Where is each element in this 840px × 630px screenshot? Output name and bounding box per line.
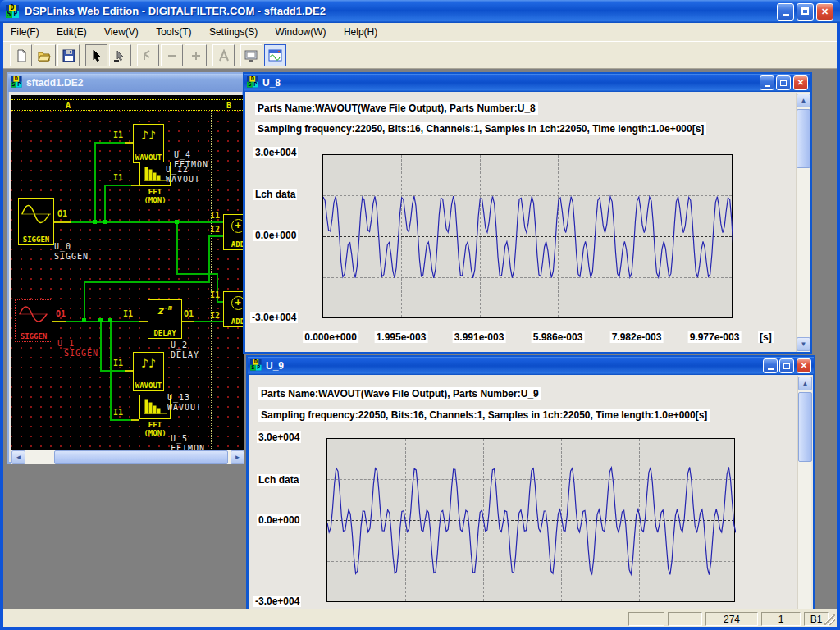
open-folder-icon xyxy=(38,49,52,62)
block-siggen-u1-selected[interactable]: SIGGEN xyxy=(15,299,52,342)
fft-caption: (MON) xyxy=(139,429,171,437)
menu-view[interactable]: View(V) xyxy=(97,23,146,41)
port-label: O1 xyxy=(184,309,194,318)
menubar: File(F) Edit(E) View(V) Tools(T) Setting… xyxy=(3,23,837,41)
port-label: I1 xyxy=(113,408,123,417)
remove-button[interactable] xyxy=(161,44,183,66)
monitor-view-button[interactable] xyxy=(240,44,262,66)
block-add-2[interactable]: + ADD xyxy=(223,291,244,327)
port-label: I1 xyxy=(113,173,123,182)
node-edit-button[interactable] xyxy=(137,44,159,66)
port-label: O1 xyxy=(57,209,67,218)
u8-vscrollbar[interactable]: ▲ ▼ xyxy=(796,93,810,352)
u8-sampling-info: Sampling frequency:22050, Bits:16, Chann… xyxy=(255,122,706,135)
schematic-canvas[interactable]: A B xyxy=(11,95,244,450)
block-delay-u2[interactable]: z-m DELAY xyxy=(148,299,182,339)
wire-pointer-button[interactable] xyxy=(109,44,131,66)
u9-window[interactable]: D S P U_9 ✕ Parts Name:WAVOUT(Wave File … xyxy=(246,355,815,609)
close-button[interactable]: ✕ xyxy=(797,358,811,373)
new-file-button[interactable] xyxy=(10,44,32,66)
instance-name: DELAY xyxy=(171,350,199,359)
wire xyxy=(176,273,218,275)
wire xyxy=(208,235,210,283)
scroll-left-button[interactable]: ◄ xyxy=(11,450,25,464)
restore-button[interactable] xyxy=(797,3,814,21)
menu-window[interactable]: Window(W) xyxy=(268,23,334,41)
wire-junction xyxy=(93,220,97,224)
scrollbar-thumb[interactable] xyxy=(797,109,810,168)
select-pointer-button[interactable] xyxy=(85,44,107,66)
wire xyxy=(176,222,178,275)
waveform-view-button[interactable] xyxy=(264,44,286,66)
scroll-up-button[interactable]: ▲ xyxy=(798,377,812,390)
scroll-up-button[interactable]: ▲ xyxy=(797,94,810,107)
document-icon: D S P xyxy=(11,76,22,88)
schematic-hscrollbar[interactable]: ◄ ► xyxy=(11,450,244,464)
u9-titlebar[interactable]: D S P U_9 ✕ xyxy=(248,357,814,375)
minimize-button[interactable] xyxy=(777,3,794,21)
u8-waveform xyxy=(323,155,733,319)
mdi-client-area: D S P sftadd1.DE2 A B xyxy=(3,69,837,609)
z-delay-icon: z-m xyxy=(148,304,181,317)
u9-waveform xyxy=(327,439,736,603)
scrollbar-thumb[interactable] xyxy=(798,392,812,462)
block-fftmon-u5[interactable] xyxy=(139,395,171,419)
add-point-button[interactable] xyxy=(185,44,207,66)
wire-stub xyxy=(131,419,139,421)
port-label: I1 xyxy=(123,309,133,318)
scroll-down-button[interactable]: ▼ xyxy=(797,337,810,351)
column-a-label: A xyxy=(66,101,71,110)
wire-junction xyxy=(108,318,112,322)
waveform-window-icon xyxy=(268,49,282,62)
letter-a-icon xyxy=(217,49,231,62)
u8-parts-info: Parts Name:WAVOUT(Wave File Output), Par… xyxy=(255,102,538,115)
menu-tools[interactable]: Tools(T) xyxy=(148,23,199,41)
minimize-button[interactable] xyxy=(763,358,778,373)
menu-file[interactable]: File(F) xyxy=(3,23,47,41)
menu-help[interactable]: Help(H) xyxy=(336,23,385,41)
u8-xtick: 7.982e-003 xyxy=(610,331,664,343)
instance-ref: U_0 xyxy=(54,242,71,251)
menu-settings[interactable]: Settings(S) xyxy=(202,23,265,41)
menu-edit[interactable]: Edit(E) xyxy=(49,23,94,41)
u9-sampling-info: Sampling frequency:22050, Bits:16, Chann… xyxy=(258,409,710,422)
wire xyxy=(100,370,125,372)
maximize-button[interactable] xyxy=(776,75,791,90)
open-file-button[interactable] xyxy=(34,44,56,66)
port-label: I2 xyxy=(210,225,220,234)
close-button[interactable]: ✕ xyxy=(816,3,833,21)
wire-pointer-icon xyxy=(113,49,128,62)
resize-grip[interactable] xyxy=(824,614,835,625)
save-file-button[interactable] xyxy=(57,44,80,66)
u8-titlebar[interactable]: D S P U_8 ✕ xyxy=(244,74,810,92)
wire-stub xyxy=(52,321,66,322)
block-siggen-u0[interactable]: SIGGEN xyxy=(18,198,54,245)
wire xyxy=(110,321,112,421)
schematic-titlebar[interactable]: D S P sftadd1.DE2 xyxy=(8,74,243,92)
main-titlebar[interactable]: D S P DSPLinks Web Edition - DIGITALFILT… xyxy=(0,0,840,23)
text-label-button[interactable] xyxy=(212,44,235,66)
scrollbar-thumb[interactable] xyxy=(54,450,228,464)
u9-vscrollbar[interactable]: ▲ xyxy=(797,376,811,609)
close-button[interactable]: ✕ xyxy=(793,75,808,90)
fft-caption: (MON) xyxy=(139,196,171,204)
block-wavout-u13[interactable]: ♪♪ WAVOUT xyxy=(133,352,164,391)
u9-title: U_9 xyxy=(266,360,284,372)
wire-stub xyxy=(182,321,194,322)
minimize-button[interactable] xyxy=(760,75,774,90)
u8-xunit: [s] xyxy=(758,331,774,343)
sine-wave-icon xyxy=(17,304,50,325)
u8-window[interactable]: D S P U_8 ✕ Parts Name:WAVOUT(Wave File … xyxy=(243,72,812,354)
scroll-right-button[interactable]: ► xyxy=(231,450,244,464)
u9-series-label: Lch data xyxy=(257,474,300,486)
instance-ref: U_2 xyxy=(171,340,188,349)
maximize-button[interactable] xyxy=(779,358,794,373)
schematic-window[interactable]: D S P sftadd1.DE2 A B xyxy=(7,72,244,464)
u9-ylabel-zero: 0.0e+000 xyxy=(257,514,301,526)
u8-title: U_8 xyxy=(262,77,281,89)
block-add-1[interactable]: + ADD xyxy=(223,214,244,250)
block-wavout-u12[interactable]: ♪♪ WAVOUT xyxy=(133,124,164,163)
column-divider xyxy=(211,111,212,450)
node-edit-icon xyxy=(142,49,155,62)
wire-net-sig1 xyxy=(66,321,139,322)
